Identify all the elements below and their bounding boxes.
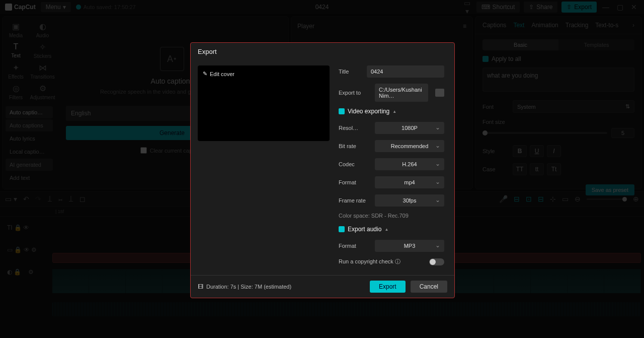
video-export-checkbox[interactable] bbox=[339, 108, 345, 114]
bitrate-select[interactable]: Recommended bbox=[375, 140, 444, 152]
edit-cover-button[interactable]: ✎ Edit cover bbox=[203, 71, 325, 77]
modal-export-button[interactable]: Export bbox=[370, 281, 406, 293]
format-label: Format bbox=[339, 179, 370, 185]
aformat-label: Format bbox=[339, 243, 370, 249]
colorspace-label: Color space: SDR - Rec.709 bbox=[339, 213, 444, 219]
codec-select[interactable]: H.264 bbox=[375, 158, 444, 170]
bitrate-label: Bit rate bbox=[339, 143, 370, 149]
cover-preview: ✎ Edit cover bbox=[198, 65, 330, 141]
title-label: Title bbox=[339, 69, 362, 75]
title-input[interactable] bbox=[367, 65, 444, 78]
audio-export-checkbox[interactable] bbox=[339, 226, 345, 232]
audio-format-select[interactable]: MP3 bbox=[375, 240, 444, 252]
info-icon[interactable]: ⓘ bbox=[395, 258, 400, 264]
fps-select[interactable]: 30fps bbox=[375, 194, 444, 207]
format-select[interactable]: mp4 bbox=[375, 176, 444, 188]
video-export-label: Video exporting bbox=[348, 108, 389, 115]
exportto-label: Export to bbox=[339, 90, 370, 96]
exportto-path: C:/Users/Kushani Nim… bbox=[375, 84, 428, 102]
modal-cancel-button[interactable]: Cancel bbox=[411, 281, 447, 293]
export-stats: Duration: 7s | Size: 7M (estimated) bbox=[206, 284, 291, 290]
audio-export-label: Export audio bbox=[348, 226, 381, 233]
resolution-select[interactable]: 1080P bbox=[375, 122, 444, 134]
codec-label: Codec bbox=[339, 161, 370, 167]
export-modal: Export ✎ Edit cover Title Export toC:/Us… bbox=[190, 42, 455, 298]
film-icon: 🎞 bbox=[198, 284, 203, 290]
modal-title: Export bbox=[191, 43, 454, 60]
browse-icon[interactable] bbox=[435, 89, 444, 97]
copyright-toggle[interactable] bbox=[429, 258, 444, 265]
copyright-label: Run a copyright check ⓘ bbox=[339, 258, 400, 265]
fps-label: Frame rate bbox=[339, 197, 370, 204]
res-label: Resol… bbox=[339, 125, 370, 131]
